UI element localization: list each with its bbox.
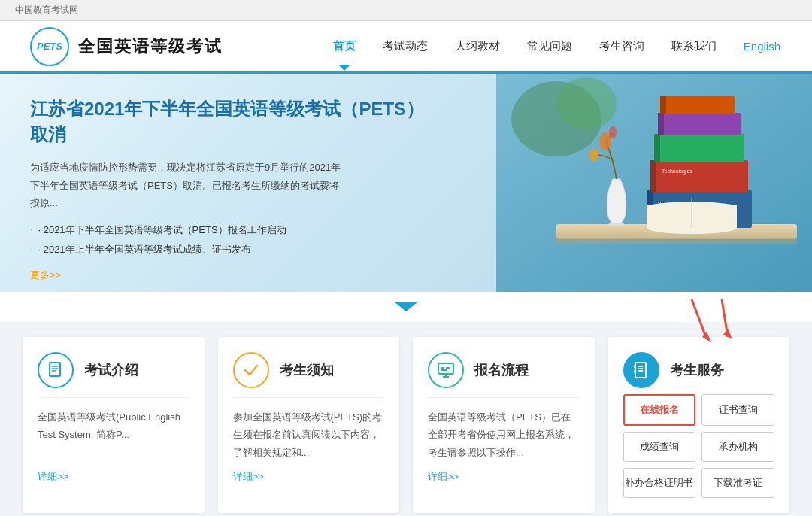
svg-text:Technologies: Technologies xyxy=(662,168,692,175)
svg-rect-15 xyxy=(660,96,735,114)
card-intro-icon xyxy=(38,352,74,388)
card-intro: 考试介绍 全国英语等级考试(Public English Test System… xyxy=(23,337,205,513)
svg-rect-13 xyxy=(658,113,741,135)
svg-point-2 xyxy=(556,77,617,130)
banner-links: · · 2021年下半年全国英语等级考试（PETS）报名工作启动 · · 202… xyxy=(30,223,466,256)
site-title: 全国英语等级考试 xyxy=(78,35,223,58)
banner-link-2-text: · 2021年上半年全国英语等级考试成绩、证书发布 xyxy=(38,243,250,256)
svg-rect-8 xyxy=(650,160,748,192)
card-notice-title: 考生须知 xyxy=(280,361,334,379)
nav-english[interactable]: English xyxy=(742,36,782,56)
banner-content: 江苏省2021年下半年全国英语等级考试（PETS）取消 为适应当地疫情防控形势需… xyxy=(0,74,496,292)
bullet-icon: · xyxy=(30,223,33,237)
card-service-icon xyxy=(623,352,659,388)
card-notice-body: 参加全国英语等级考试(PETS)的考生须在报名前认真阅读以下内容，了解相关规定和… xyxy=(233,408,385,461)
card-notice: 考生须知 参加全国英语等级考试(PETS)的考生须在报名前认真阅读以下内容，了解… xyxy=(218,337,400,513)
cards-section: 考试介绍 全国英语等级考试(Public English Test System… xyxy=(0,322,812,516)
certificate-button[interactable]: 证书查询 xyxy=(701,394,774,426)
svg-point-21 xyxy=(609,126,617,138)
nav-contact[interactable]: 联系我们 xyxy=(670,35,718,57)
monitor-icon xyxy=(437,361,455,379)
card-notice-link[interactable]: 详细>> xyxy=(233,470,385,484)
banner: 江苏省2021年下半年全国英语等级考试（PETS）取消 为适应当地疫情防控形势需… xyxy=(0,74,812,292)
card-process-header: 报名流程 xyxy=(428,352,580,398)
card-process-title: 报名流程 xyxy=(474,361,529,379)
top-bar: 中国教育考试网 xyxy=(0,0,812,21)
books-svg: 3G Evolution Technologies xyxy=(496,74,812,292)
register-button[interactable]: 在线报名 xyxy=(623,394,696,426)
card-service: 考生服务 在线报名 证书查询 成绩查询 承办机构 补办合格证明书 下载准考证 xyxy=(608,337,790,513)
svg-rect-11 xyxy=(654,134,744,162)
svg-rect-9 xyxy=(650,160,656,192)
svg-marker-41 xyxy=(723,329,732,339)
card-intro-header: 考试介绍 xyxy=(38,352,189,398)
main-nav: 首页 考试动态 大纲教材 常见问题 考生咨询 联系我们 English xyxy=(332,35,782,57)
card-service-header: 考生服务 xyxy=(623,352,775,388)
document-icon xyxy=(47,361,65,379)
nav-home[interactable]: 首页 xyxy=(332,35,357,57)
header: PETS 全国英语等级考试 首页 考试动态 大纲教材 常见问题 考生咨询 联系我… xyxy=(0,21,812,74)
svg-point-20 xyxy=(589,148,598,162)
card-process: 报名流程 全国英语等级考试（PETS）已在全部开考省份使用网上报名系统，考生请参… xyxy=(413,337,595,513)
svg-rect-12 xyxy=(654,134,660,162)
logo-pets-text: PETS xyxy=(37,41,62,52)
download-button[interactable]: 下载准考证 xyxy=(701,468,774,498)
card-notice-icon xyxy=(233,352,269,388)
svg-marker-39 xyxy=(702,332,711,342)
svg-rect-18 xyxy=(609,223,624,226)
card-intro-body: 全国英语等级考试(Public English Test System, 简称P… xyxy=(38,408,189,461)
banner-link-2[interactable]: · · 2021年上半年全国英语等级考试成绩、证书发布 xyxy=(30,243,466,256)
books-decoration: 3G Evolution Technologies xyxy=(496,74,812,292)
card-process-body: 全国英语等级考试（PETS）已在全部开考省份使用网上报名系统，考生请参照以下操作… xyxy=(428,408,580,461)
card-process-icon xyxy=(428,352,464,388)
nav-consult[interactable]: 考生咨询 xyxy=(598,35,646,57)
svg-rect-14 xyxy=(658,113,664,135)
card-intro-title: 考试介绍 xyxy=(84,361,138,379)
svg-rect-4 xyxy=(556,238,797,244)
checkmark-icon xyxy=(243,362,259,378)
svg-rect-22 xyxy=(50,363,60,376)
svg-rect-37 xyxy=(634,370,636,373)
service-buttons-grid: 在线报名 证书查询 成绩查询 承办机构 补办合格证明书 下载准考证 xyxy=(623,394,775,498)
score-button[interactable]: 成绩查询 xyxy=(623,432,696,462)
banner-link-1[interactable]: · · 2021年下半年全国英语等级考试（PETS）报名工作启动 xyxy=(30,223,466,237)
svg-rect-36 xyxy=(634,365,636,368)
organizer-button[interactable]: 承办机构 xyxy=(701,432,774,462)
nav-news[interactable]: 考试动态 xyxy=(381,35,429,57)
address-book-icon xyxy=(632,361,650,379)
more-link[interactable]: 更多>> xyxy=(30,269,466,282)
banner-description: 为适应当地疫情防控形势需要，现决定将江苏省原定于9月举行的2021年下半年全国英… xyxy=(30,159,346,211)
card-intro-link[interactable]: 详细>> xyxy=(38,470,189,484)
nav-materials[interactable]: 大纲教材 xyxy=(453,35,501,57)
card-process-link[interactable]: 详细>> xyxy=(428,470,580,484)
svg-rect-16 xyxy=(660,96,666,114)
card-notice-header: 考生须知 xyxy=(233,352,385,398)
logo-icon: PETS xyxy=(30,27,69,66)
banner-link-1-text: · 2021年下半年全国英语等级考试（PETS）报名工作启动 xyxy=(38,223,286,237)
nav-faq[interactable]: 常见问题 xyxy=(526,35,574,57)
banner-image: 3G Evolution Technologies xyxy=(496,74,812,292)
triangle-down-icon xyxy=(395,302,417,311)
banner-title: 江苏省2021年下半年全国英语等级考试（PETS）取消 xyxy=(30,96,466,147)
card-service-title: 考生服务 xyxy=(670,361,724,379)
bullet-icon-2: · xyxy=(30,243,33,256)
topbar-label: 中国教育考试网 xyxy=(15,4,78,17)
section-divider xyxy=(0,292,812,322)
supplement-button[interactable]: 补办合格证明书 xyxy=(623,468,696,498)
logo-area: PETS 全国英语等级考试 xyxy=(30,27,223,66)
